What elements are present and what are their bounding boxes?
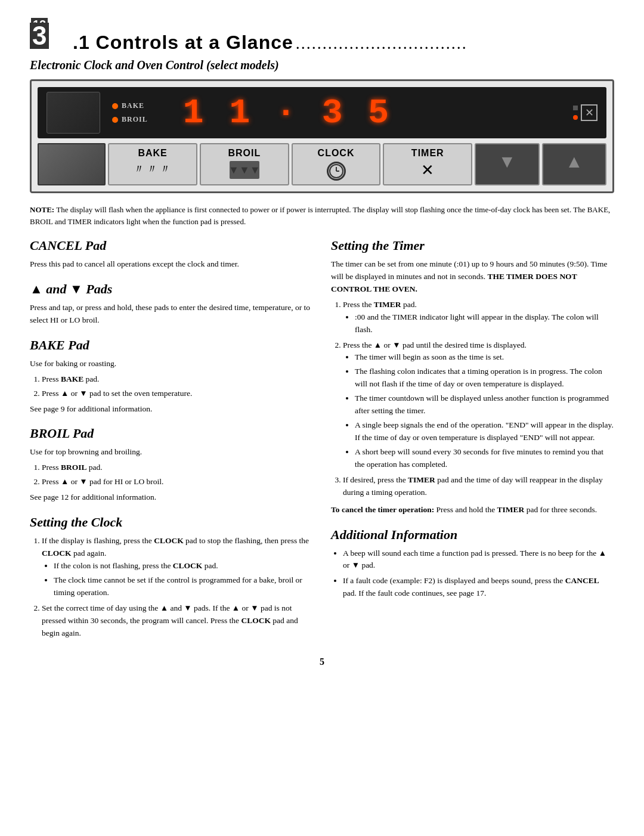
timer-steps-list: Press the TIMER pad. :00 and the TIMER i…: [343, 299, 614, 499]
right-column: Setting the Timer The timer can be set f…: [331, 238, 614, 645]
broil-step-2: Press ▲ or ▼ pad for HI or LO broil.: [42, 476, 313, 488]
bake-indicator-label: BAKE: [122, 101, 144, 110]
additional-info-body: A beep will sound each time a function p…: [331, 547, 614, 600]
timer-bold-note: THE TIMER DOES NOT CONTROL THE OVEN.: [331, 272, 577, 293]
timer-icon: ✕: [421, 161, 434, 179]
clock-step-1-bullets: If the colon is not flashing, press the …: [54, 560, 313, 599]
broil-button[interactable]: BROIL ▼▼▼: [200, 143, 289, 185]
timer-btn-label: TIMER: [411, 148, 444, 159]
additional-info-item-2: If a fault code (example: F2) is display…: [343, 575, 614, 600]
broil-dot: [112, 117, 118, 123]
up-down-pads-title: ▲ and ▼ Pads: [30, 281, 313, 297]
header-section: .1: [73, 32, 96, 54]
setting-clock-body: If the display is flashing, press the CL…: [30, 535, 313, 639]
clock-steps-list: If the display is flashing, press the CL…: [42, 535, 313, 639]
dot-top: [573, 106, 578, 110]
timer-bullet-2-5: A short beep will sound every 30 seconds…: [355, 446, 614, 471]
header-title-text: Controls at a Glance: [96, 32, 293, 54]
two-column-layout: CANCEL Pad Press this pad to cancel all …: [30, 238, 614, 645]
down-triangle-icon: ▼: [498, 151, 516, 172]
page-number: 5: [30, 657, 614, 667]
bake-step-1: Press BAKE pad.: [42, 373, 313, 386]
broil-arrows-icon: ▼▼▼: [228, 164, 260, 177]
page-header: 12 3 .1 Controls at a Glance ...........…: [30, 18, 614, 54]
timer-intro: The timer can be set from one minute (:0…: [331, 258, 614, 296]
broil-indicator-row: BROIL: [112, 115, 148, 124]
additional-info-item-1: A beep will sound each time a function p…: [343, 547, 614, 572]
clock-step-2: Set the correct time of day using the ▲ …: [42, 602, 313, 640]
clock-button[interactable]: CLOCK: [292, 143, 381, 185]
additional-info-title: Additional Information: [331, 527, 614, 543]
oven-panel: BAKE BROIL 1 1 · 3 5 ✕ BAKE 〃: [30, 79, 614, 193]
timer-bullet-2-4: A single beep signals the end of the ope…: [355, 419, 614, 444]
oven-display: BAKE BROIL 1 1 · 3 5 ✕: [38, 87, 606, 138]
dot-mid: [573, 115, 578, 120]
clock-icon: [327, 162, 346, 181]
up-down-pads-body: Press and tap, or press and hold, these …: [30, 302, 313, 327]
cancel-timer-note: To cancel the timer operation: Press and…: [331, 504, 614, 516]
right-dots: [573, 106, 578, 120]
cancel-pad-title: CANCEL Pad: [30, 238, 313, 253]
broil-btn-label: BROIL: [228, 148, 261, 159]
note-body: The display will flash when the applianc…: [30, 205, 610, 226]
down-arrow-button[interactable]: ▼: [475, 143, 539, 185]
timer-step-3: If desired, press the TIMER pad and the …: [343, 474, 614, 499]
additional-info-list: A beep will sound each time a function p…: [343, 547, 614, 600]
x-cancel-display-icon: ✕: [581, 104, 597, 121]
broil-indicator-label: BROIL: [122, 115, 148, 124]
clock-btn-label: CLOCK: [318, 148, 355, 159]
chapter-icon: 12 3: [30, 18, 66, 49]
display-left-texture: [47, 92, 100, 134]
timer-step-1: Press the TIMER pad. :00 and the TIMER i…: [343, 299, 614, 336]
clock-bullet-2: The clock time cannot be set if the cont…: [54, 574, 313, 599]
note-paragraph: NOTE: The display will flash when the ap…: [30, 204, 614, 227]
bake-waves-icon: 〃〃〃: [133, 161, 172, 177]
note-label: NOTE:: [30, 205, 54, 214]
timer-bullet-2-1: The timer will begin as soon as the time…: [355, 351, 614, 364]
broil-dark-area: ▼▼▼: [230, 161, 259, 179]
setting-clock-title: Setting the Clock: [30, 515, 313, 530]
clock-step-1: If the display is flashing, press the CL…: [42, 535, 313, 599]
timer-button[interactable]: TIMER ✕: [383, 143, 472, 185]
timer-bullet-2-2: The flashing colon indicates that a timi…: [355, 366, 614, 391]
broil-pad-body: Use for top browning and broiling. Press…: [30, 446, 313, 504]
panel-left-dark: [38, 143, 106, 185]
bake-btn-label: BAKE: [138, 148, 167, 159]
subtitle: Electronic Clock and Oven Control (selec…: [30, 58, 614, 72]
timer-step-2-bullets: The timer will begin as soon as the time…: [355, 351, 614, 470]
up-triangle-icon: ▲: [565, 151, 583, 172]
left-column: CANCEL Pad Press this pad to cancel all …: [30, 238, 313, 645]
timer-bullet-2-3: The timer countdown will be displayed un…: [355, 392, 614, 417]
setting-timer-body: The timer can be set from one minute (:0…: [331, 258, 614, 516]
bake-button[interactable]: BAKE 〃〃〃: [108, 143, 197, 185]
panel-buttons-row: BAKE 〃〃〃 BROIL ▼▼▼ CLOCK TIMER ✕: [38, 143, 606, 185]
time-digits: 1 1 · 3 5: [160, 94, 391, 132]
display-right-icons: ✕: [573, 104, 597, 121]
clock-face-svg: [329, 163, 344, 179]
broil-pad-title: BROIL Pad: [30, 426, 313, 441]
bake-step-2: Press ▲ or ▼ pad to set the oven tempera…: [42, 388, 313, 400]
bake-pad-steps: Press BAKE pad. Press ▲ or ▼ pad to set …: [42, 373, 313, 400]
display-indicators: BAKE BROIL: [112, 101, 148, 124]
time-display: 1 1 · 3 5: [160, 94, 561, 132]
bake-dot: [112, 103, 118, 109]
bake-pad-title: BAKE Pad: [30, 338, 313, 353]
broil-pad-steps: Press BROIL pad. Press ▲ or ▼ pad for HI…: [42, 462, 313, 488]
broil-see-page: See page 12 for additional information.: [30, 491, 313, 504]
broil-step-1: Press BROIL pad.: [42, 462, 313, 474]
timer-step-1-bullets: :00 and the TIMER indicator light will a…: [355, 311, 614, 336]
timer-bullet-1-1: :00 and the TIMER indicator light will a…: [355, 311, 614, 336]
setting-timer-title: Setting the Timer: [331, 238, 614, 253]
up-arrow-button[interactable]: ▲: [542, 143, 606, 185]
chapter-large-number: 3: [30, 23, 49, 49]
bake-indicator-row: BAKE: [112, 101, 148, 110]
cancel-pad-body: Press this pad to cancel all operations …: [30, 258, 313, 271]
clock-bullet-1: If the colon is not flashing, press the …: [54, 560, 313, 572]
bake-pad-body: Use for baking or roasting. Press BAKE p…: [30, 358, 313, 416]
bake-see-page: See page 9 for additional information.: [30, 403, 313, 416]
timer-step-2: Press the ▲ or ▼ pad until the desired t…: [343, 339, 614, 471]
header-dot-line: ................................: [296, 38, 468, 52]
